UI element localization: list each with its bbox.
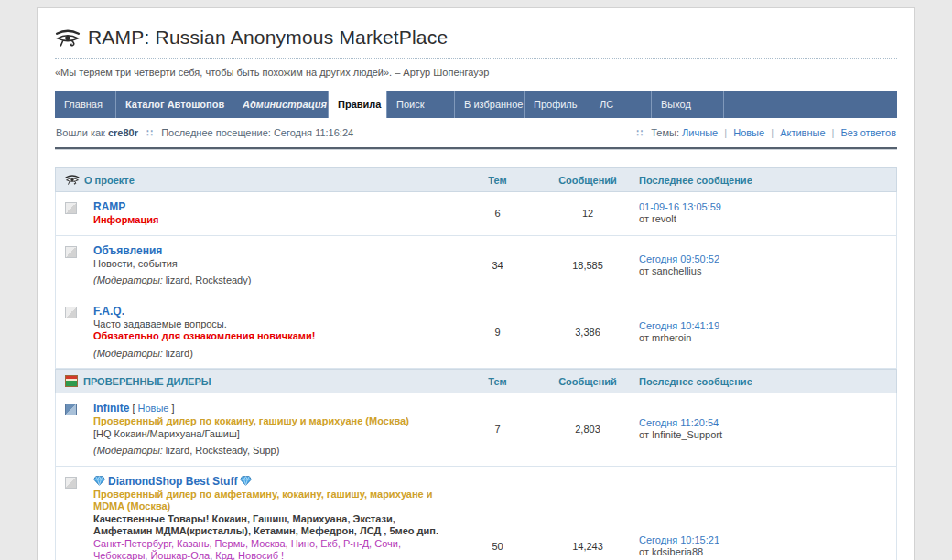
link-new-topics[interactable]: Новые — [733, 127, 764, 138]
nav-filler — [724, 91, 897, 118]
nav-tab-search[interactable]: Поиск — [387, 91, 455, 118]
last-post-cell: Сегодня 10:41:19 от mrheroin — [639, 320, 896, 344]
nav-tab-autoshop-catalog[interactable]: Каталог Автошопов — [116, 91, 233, 118]
nav-tab-home[interactable]: Главная — [55, 91, 116, 118]
post-count: 12 — [536, 208, 639, 219]
moderators-line: (Модераторы: lizard, Rocksteady, Supp) — [93, 445, 443, 458]
forum-link[interactable]: F.A.Q. — [93, 305, 124, 318]
forum-name-cell: F.A.Q. Часто задаваемые вопросы. Обязате… — [56, 296, 459, 369]
topic-count: 6 — [459, 208, 536, 219]
forum-description-red: Обязательно для ознакомления новичками! — [93, 330, 443, 343]
store-icon — [65, 375, 78, 387]
forum-description-bold: Качественные Товары! Кокаин, Гашиш, Мари… — [93, 513, 443, 538]
new-posts-indicator-icon — [65, 404, 77, 415]
diamond-gem-icon — [93, 476, 105, 486]
last-post-author: от Infinite_Support — [639, 429, 896, 441]
topic-count: 34 — [459, 260, 536, 271]
divider: | — [724, 127, 727, 138]
topic-count: 50 — [459, 541, 536, 552]
no-new-posts-indicator-icon — [65, 202, 77, 214]
nav-tab-rules-active[interactable]: Правила — [329, 91, 387, 118]
nav-tab-administration[interactable]: Администрация — [233, 91, 329, 118]
forum-description-cities: Санкт-Петербург, Казань, Пермь, Москва, … — [93, 538, 443, 560]
last-post-cell: Сегодня 11:20:54 от Infinite_Support — [639, 417, 896, 441]
board-header: RAMP: Russian Anonymous MarketPlace — [55, 21, 897, 58]
nav-tab-favorites[interactable]: В избранное — [455, 91, 525, 118]
last-post-date-link[interactable]: 01-09-16 13:05:59 — [639, 201, 721, 212]
forum-link[interactable]: Infinite — [93, 402, 129, 415]
diamond-gem-icon — [240, 476, 252, 486]
column-header-posts: Сообщений — [536, 376, 639, 387]
last-post-cell: Сегодня 09:50:52 от sanchellius — [639, 253, 896, 277]
forum-description-red: Информация — [93, 214, 443, 227]
no-new-posts-indicator-icon — [65, 307, 77, 318]
last-visit-text: Последнее посещение: Сегодня 11:16:24 — [161, 127, 353, 138]
last-post-date-link[interactable]: Сегодня 09:50:52 — [639, 253, 719, 264]
post-count: 14,243 — [536, 541, 639, 552]
column-header-posts: Сообщений — [536, 175, 639, 186]
eye-of-horus-icon — [55, 29, 81, 47]
post-count: 3,386 — [536, 327, 639, 338]
username: cre80r — [108, 127, 138, 138]
logged-in-label: Вошли как — [56, 127, 105, 138]
topic-quick-links: ∷ Темы: Личные | Новые | Активные | Без … — [631, 127, 896, 139]
forum-description: Новости, события — [93, 258, 443, 271]
link-personal-topics[interactable]: Личные — [682, 127, 718, 138]
forum-row-diamondshop: DiamondShop Best Stuff Проверенный дилер… — [55, 467, 897, 560]
last-post-author: от sanchellius — [639, 265, 896, 277]
section-header-about: О проекте Тем Сообщений Последнее сообще… — [55, 167, 897, 192]
last-post-date-link[interactable]: Сегодня 10:41:19 — [639, 320, 719, 331]
last-post-author: от mrheroin — [639, 332, 896, 344]
main-nav: Главная Каталог Автошопов Администрация … — [55, 91, 897, 118]
forum-description-orange: Проверенный дилер по кокаину, гашишу и м… — [93, 415, 443, 428]
section-title-wrap: О проекте — [56, 175, 459, 186]
last-post-cell: Сегодня 10:15:21 от kdsiberia88 — [639, 534, 896, 558]
nav-tab-pm[interactable]: ЛС — [590, 91, 652, 118]
forum-row-ramp: RAMP Информация 6 12 01-09-16 13:05:59 о… — [55, 192, 897, 236]
last-post-cell: 01-09-16 13:05:59 от revolt — [639, 201, 896, 225]
new-posts-link[interactable]: Новые — [138, 403, 169, 414]
forum-name-cell: DiamondShop Best Stuff Проверенный дилер… — [56, 467, 459, 560]
section-title: О проекте — [84, 175, 135, 186]
topic-count: 7 — [459, 424, 536, 435]
last-post-author: от kdsiberia88 — [639, 546, 896, 558]
bracket: ] — [172, 403, 175, 414]
column-header-topics: Тем — [459, 175, 536, 186]
column-header-last-post: Последнее сообщение — [639, 376, 896, 387]
nav-tab-profile[interactable]: Профиль — [525, 91, 590, 118]
post-count: 18,585 — [536, 260, 639, 271]
moderators-line: (Модераторы: lizard) — [93, 348, 443, 361]
forum-row-infinite: Infinite [ Новые ] Проверенный дилер по … — [55, 393, 897, 467]
forum-page: RAMP: Russian Anonymous MarketPlace «Мы … — [37, 7, 915, 560]
topics-label: Темы: — [651, 127, 679, 138]
forum-name-cell: RAMP Информация — [56, 192, 459, 235]
divider: | — [771, 127, 774, 138]
column-header-topics: Тем — [459, 376, 536, 387]
forum-link[interactable]: Объявления — [93, 244, 162, 257]
dots-separator-icon: ∷ — [146, 127, 153, 138]
forum-description: [HQ Кокаин/Марихуана/Гашиш] — [93, 428, 443, 441]
section-title-wrap: ПРОВЕРЕННЫЕ ДИЛЕРЫ — [56, 375, 459, 387]
section-title: ПРОВЕРЕННЫЕ ДИЛЕРЫ — [83, 376, 211, 387]
forum-link[interactable]: DiamondShop Best Stuff — [108, 475, 237, 488]
link-active-topics[interactable]: Активные — [780, 127, 825, 138]
link-unanswered-topics[interactable]: Без ответов — [841, 127, 896, 138]
moderators-line: (Модераторы: lizard, Rocksteady) — [93, 275, 443, 287]
horizontal-rule — [55, 147, 897, 150]
no-new-posts-indicator-icon — [65, 246, 77, 258]
forum-row-announcements: Объявления Новости, события (Модераторы:… — [55, 236, 897, 296]
last-post-date-link[interactable]: Сегодня 10:15:21 — [639, 534, 719, 545]
forum-name-cell: Объявления Новости, события (Модераторы:… — [56, 236, 459, 296]
nav-tab-logout[interactable]: Выход — [652, 91, 724, 118]
no-new-posts-indicator-icon — [65, 477, 77, 489]
column-header-last-post: Последнее сообщение — [639, 175, 896, 186]
page-title: RAMP: Russian Anonymous MarketPlace — [88, 27, 448, 48]
status-bar: Вошли как cre80r ∷ Последнее посещение: … — [55, 118, 897, 147]
login-status: Вошли как cre80r ∷ Последнее посещение: … — [56, 127, 353, 139]
forum-link[interactable]: RAMP — [93, 200, 125, 213]
last-post-date-link[interactable]: Сегодня 11:20:54 — [639, 417, 719, 428]
section-header-verified-dealers: ПРОВЕРЕННЫЕ ДИЛЕРЫ Тем Сообщений Последн… — [55, 369, 897, 393]
bracket: [ — [132, 403, 135, 414]
forum-description-orange: Проверенный дилер по амфетамину, кокаину… — [93, 489, 443, 513]
eye-of-horus-icon — [65, 175, 80, 185]
